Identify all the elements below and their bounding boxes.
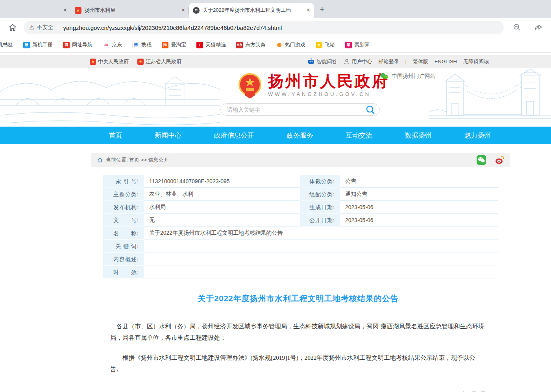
field-label: 生成日期: [300, 201, 340, 213]
field-value: 通知公告 [340, 188, 498, 201]
utility-bar: ★ 中央人民政府 ★ 江苏省人民政府 智能问答 [0, 55, 551, 68]
nav-item-data-yangzhou[interactable]: 数据扬州 [405, 131, 432, 140]
close-icon[interactable]: × [181, 7, 185, 14]
bookmark-juhuasuan[interactable]: 聚 聚划算 [345, 41, 370, 48]
nav-item-interaction[interactable]: 互动交流 [346, 131, 372, 140]
bookmark-label: 聚划算 [354, 41, 370, 48]
ctrip-dolphin-icon: 携 [132, 42, 139, 48]
field-value: 2023-05-06 [340, 214, 498, 226]
user-icon [344, 59, 350, 65]
main-nav: 首页 新闻中心 政府信息公开 政务服务 互动交流 数据扬州 魅力扬州 [0, 127, 551, 144]
field-label: 公开日期: [300, 214, 340, 226]
user-center-link[interactable]: 用户中心 [344, 58, 372, 65]
field-label: 内容概述: [103, 253, 144, 265]
link-central-government[interactable]: ★ 中央人民政府 [90, 58, 129, 65]
field-label: 文 号: [103, 214, 144, 226]
english-link[interactable]: ENGLISH [435, 59, 457, 64]
article-body: 关于2022年度扬州市水利工程文明工地考核结果的公告 各县（市、区）水利（务）局… [110, 293, 486, 392]
breadcrumb[interactable]: 当前位置: 首页 >> 信息公开 [106, 156, 169, 164]
bookmark-url-navigation[interactable]: 网 网址导航 [63, 41, 92, 48]
article-paragraph: 根据《扬州市水利工程文明工地建设管理办法》(扬水规[2019]1号)，2022年… [110, 352, 486, 375]
field-label: 组配分类: [300, 188, 340, 201]
tab-partial[interactable]: × [0, 3, 71, 18]
close-icon[interactable]: × [307, 7, 310, 14]
field-value [144, 253, 498, 265]
table-row: 文 号: 无 公开日期: 2023-05-06 [103, 214, 498, 226]
wechat-share-icon[interactable] [477, 155, 486, 165]
search-icon[interactable] [365, 105, 375, 115]
tmall-icon: T [196, 42, 203, 48]
link-label: 邮箱登录 [379, 58, 399, 65]
weibo-share-icon[interactable] [495, 155, 504, 165]
article-date: 2023年5月6日 [110, 390, 486, 392]
site-logo[interactable]: 扬州市人民政府 WWW.YANGZHOU.GOV.CN [237, 73, 389, 101]
tab-active-announcement[interactable]: ≈ 关于2022年度扬州市水利工程文明工地 × [189, 3, 314, 18]
site-banner: 扬州市人民政府 WWW.YANGZHOU.GOV.CN 中国扬州门户网站 [0, 68, 551, 127]
gov-emblem-favicon: ★ [75, 7, 81, 14]
tab-yangzhou-water-bureau[interactable]: ★ 扬州市水利局 × [71, 3, 189, 18]
traditional-chinese-link[interactable]: 繁体版 [413, 58, 428, 65]
nav-item-home[interactable]: 首页 [109, 131, 122, 140]
bookmark-fliggy[interactable]: ᴥ 飞猪 [316, 41, 335, 48]
bookmark-hot-games[interactable]: 热门游戏 [276, 41, 305, 48]
mail-login-link[interactable]: 邮箱登录 [379, 58, 399, 65]
url-text: yangzhou.gov.cn/yzszxxgk/slj/202305/210c… [63, 24, 282, 31]
smart-qa-link[interactable]: 智能问答 [307, 58, 337, 65]
bookmark-jd[interactable]: JD 京东 [103, 41, 122, 48]
juhuasuan-icon: 聚 [345, 42, 352, 48]
bookmark-label: 天猫精选 [205, 41, 226, 48]
gov-emblem-icon: ★ [90, 59, 96, 65]
security-label: 不安全 [37, 24, 53, 31]
nav-item-gov-services[interactable]: 政务服务 [287, 131, 313, 140]
new-tab-button[interactable]: + [320, 4, 325, 15]
close-icon[interactable]: × [63, 7, 67, 14]
home-breadcrumb-icon [97, 157, 103, 163]
link-label: 中央人民政府 [98, 58, 129, 65]
bookmark-label: 飞猪 [325, 41, 335, 48]
field-value: 无 [144, 214, 300, 226]
field-label: 索 引 号: [103, 175, 144, 188]
security-chip[interactable]: ⚠ 不安全 [29, 24, 53, 31]
field-label: 主题分类: [103, 188, 144, 201]
field-value: 公告 [340, 175, 498, 188]
table-row: 主题分类: 农业、林业、水利 组配分类: 通知公告 [103, 188, 498, 201]
bookmark-tmall[interactable]: T 天猫精选 [196, 41, 226, 48]
field-value [144, 266, 498, 278]
address-bar[interactable]: ⚠ 不安全 yangzhou.gov.cn/yzszxxgk/slj/20230… [24, 21, 504, 34]
bookmark-new-phone-manual[interactable]: 册 新机手册 [23, 41, 53, 48]
table-row: 发布机构: 水利局 生成日期: 2023-05-06 [103, 201, 498, 213]
bookmark-phone-bookmarks[interactable]: 机书签 [0, 41, 13, 48]
bookmark-dongfang-toutiao[interactable]: 东方 东方头条 [236, 41, 266, 48]
gov-emblem-icon: ★ [137, 59, 144, 65]
link-label: 智能问答 [317, 58, 337, 65]
tab-strip: × ★ 扬州市水利局 × ≈ 关于2022年度扬州市水利工程文明工地 × + [0, 0, 551, 18]
bookmark-label: 携程 [141, 41, 152, 48]
bookmark-label: 热门游戏 [285, 41, 305, 48]
tab-title: 关于2022年度扬州市水利工程文明工地 [203, 7, 303, 14]
bookmark-label: 网址导航 [72, 41, 92, 48]
search-input[interactable] [227, 107, 365, 113]
article-paragraph: 各县（市、区）水利（务）局，扬州经济开发区城乡事务管理局，生态科技新城规划建设局… [110, 320, 486, 343]
accessibility-link[interactable]: 无障碍阅读 [463, 58, 489, 65]
nav-item-news[interactable]: 新闻中心 [155, 131, 181, 140]
bookmark-label: 京东 [112, 41, 122, 48]
table-row: 内容概述: [103, 253, 498, 265]
bookmarks-bar: 机书签 册 新机手册 网 网址导航 JD 京东 携 携程 淘 爱淘宝 T 天猫精… [0, 37, 551, 53]
link-jiangsu-government[interactable]: ★ 江苏省人民政府 [137, 58, 181, 65]
warning-icon: ⚠ [29, 24, 34, 31]
portal-link[interactable]: 中国扬州门户网站 [380, 73, 436, 80]
divider: | [405, 59, 407, 64]
breadcrumb-bar: 当前位置: 首页 >> 信息公开 [91, 153, 510, 167]
zoom-out-icon[interactable] [512, 23, 522, 32]
share-icon[interactable] [534, 23, 543, 32]
bookmark-ctrip[interactable]: 携 携程 [132, 41, 152, 48]
table-row: 关 键 词: [103, 240, 498, 252]
search-box [220, 103, 380, 116]
browser-toolbar: ⚠ 不安全 yangzhou.gov.cn/yzszxxgk/slj/20230… [0, 18, 551, 37]
tab-title: 扬州市水利局 [85, 7, 178, 14]
nav-item-charm-yangzhou[interactable]: 魅力扬州 [464, 131, 491, 140]
bookmark-aitaobao[interactable]: 淘 爱淘宝 [162, 41, 186, 48]
nav-item-info-disclosure[interactable]: 政府信息公开 [214, 131, 254, 140]
home-icon[interactable] [8, 23, 17, 32]
bookmark-label: 东方头条 [245, 41, 266, 48]
